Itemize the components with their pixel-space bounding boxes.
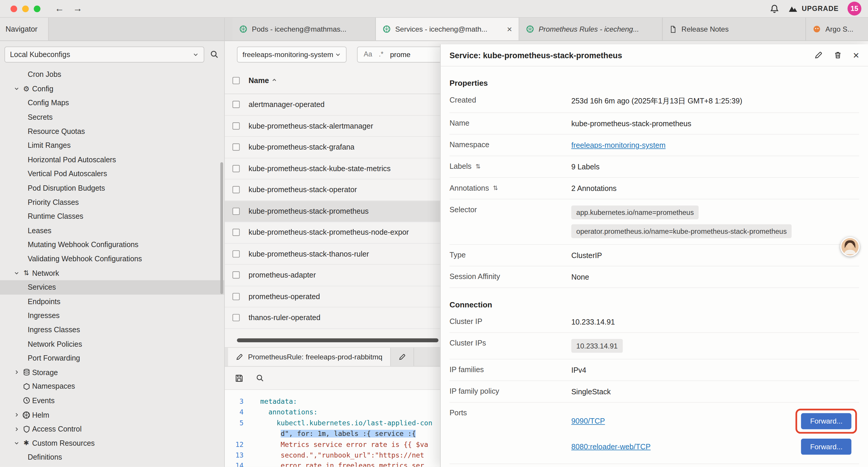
detail-value: kube-prometheus-stack-prometheus — [571, 119, 691, 128]
sidebar-item-limit-ranges[interactable]: Limit Ranges — [0, 138, 224, 152]
save-icon[interactable] — [235, 374, 243, 382]
navigator-tab[interactable]: Navigator — [0, 18, 49, 40]
asterisk-icon: ✱ — [20, 439, 32, 447]
match-case-toggle[interactable]: Aa — [364, 51, 372, 58]
sidebar-item-label: Ingresses — [28, 312, 60, 320]
sidebar-item-definitions[interactable]: Definitions — [0, 450, 224, 464]
tab-argo-s[interactable]: Argo S... — [806, 18, 868, 40]
sidebar-item-runtime-classes[interactable]: Runtime Classes — [0, 209, 224, 224]
editor-search-icon[interactable] — [256, 374, 264, 382]
close-icon[interactable]: × — [853, 50, 859, 61]
sidebar-item-helm[interactable]: Helm — [0, 408, 224, 422]
row-checkbox[interactable] — [232, 186, 240, 193]
sidebar-scrollbar[interactable] — [220, 162, 223, 294]
minimize-window-button[interactable] — [22, 5, 29, 12]
port-link[interactable]: 9090/TCP — [571, 417, 605, 425]
chevron-right-icon[interactable] — [12, 370, 20, 375]
close-tab-icon[interactable]: × — [507, 25, 512, 33]
sidebar-item-resource-quotas[interactable]: Resource Quotas — [0, 124, 224, 138]
row-checkbox[interactable] — [232, 293, 240, 300]
sidebar-item-label: Resource Quotas — [28, 127, 85, 135]
sidebar-item-endpoints[interactable]: Endpoints — [0, 294, 224, 309]
kubeconfig-selector[interactable]: Local Kubeconfigs — [4, 46, 204, 62]
select-all-checkbox[interactable] — [232, 77, 240, 84]
row-checkbox[interactable] — [232, 144, 240, 151]
detail-label: Name — [450, 119, 571, 127]
sidebar-item-services[interactable]: Services — [0, 280, 224, 294]
sidebar-item-events[interactable]: Events — [0, 394, 224, 408]
tab-pods-icecheng-mathmas[interactable]: Pods - icecheng@mathmas... — [232, 18, 376, 40]
sidebar-search-button[interactable] — [210, 50, 219, 59]
sidebar-item-mutating-webhook-configurations[interactable]: Mutating Webhook Configurations — [0, 238, 224, 252]
back-button[interactable]: ← — [55, 4, 64, 13]
notifications-bell-icon[interactable] — [770, 4, 780, 13]
chevron-right-icon[interactable] — [12, 426, 20, 432]
sidebar-item-secrets[interactable]: Secrets — [0, 110, 224, 124]
column-header-name[interactable]: Name — [248, 77, 277, 85]
code-text: Metrics service error rate is {{ $va — [260, 439, 428, 450]
detail-value: 2 Annotations — [571, 184, 617, 193]
regex-toggle[interactable]: .* — [379, 51, 383, 58]
tab-prometheus-rules-icecheng[interactable]: Prometheus Rules - icecheng... — [519, 18, 663, 40]
sidebar-item-network[interactable]: ⇅Network — [0, 266, 224, 280]
row-checkbox[interactable] — [232, 101, 240, 108]
sidebar-item-pod-disruption-budgets[interactable]: Pod Disruption Budgets — [0, 181, 224, 195]
sidebar-item-vertical-pod-autoscalers[interactable]: Vertical Pod Autoscalers — [0, 167, 224, 181]
sidebar-item-ingresses[interactable]: Ingresses — [0, 309, 224, 323]
expand-toggle-icon[interactable]: ⇅ — [493, 184, 498, 192]
sidebar-item-priority-classes[interactable]: Priority Classes — [0, 195, 224, 209]
chevron-right-icon[interactable] — [12, 412, 20, 418]
sidebar-item-port-forwarding[interactable]: Port Forwarding — [0, 351, 224, 365]
tab-label: Pods - icecheng@mathmas... — [252, 25, 369, 33]
chevron-down-icon[interactable] — [12, 440, 20, 446]
sidebar-item-config-maps[interactable]: Config Maps — [0, 96, 224, 110]
user-avatar[interactable] — [840, 237, 860, 257]
maximize-window-button[interactable] — [34, 5, 40, 12]
chevron-down-icon[interactable] — [12, 86, 20, 92]
forward-button[interactable]: → — [73, 4, 83, 13]
forward-button[interactable]: Forward... — [801, 413, 851, 429]
sidebar-item-network-policies[interactable]: Network Policies — [0, 337, 224, 351]
sidebar-item-cron-jobs[interactable]: Cron Jobs — [0, 68, 224, 82]
notification-count-badge[interactable]: 15 — [848, 2, 862, 16]
service-name: prometheus-operated — [248, 292, 320, 300]
horizontal-scrollbar-thumb[interactable] — [237, 339, 438, 342]
upgrade-button[interactable]: UPGRADE — [788, 4, 839, 13]
row-checkbox[interactable] — [232, 165, 240, 172]
sidebar-item-custom-resources[interactable]: ✱Custom Resources — [0, 436, 224, 450]
service-detail-panel: Service: kube-prometheus-stack-prometheu… — [440, 44, 868, 467]
sidebar-item-label: Network Policies — [28, 340, 82, 348]
port-link[interactable]: 8080:reloader-web/TCP — [571, 442, 651, 451]
namespace-link[interactable]: freeleaps-monitoring-system — [571, 141, 665, 150]
detail-label: Type — [450, 251, 571, 259]
row-checkbox[interactable] — [232, 272, 240, 279]
editor-tab-partial[interactable] — [391, 348, 414, 366]
delete-icon[interactable] — [834, 51, 842, 59]
sidebar-item-horizontal-pod-autoscalers[interactable]: Horizontal Pod Autoscalers — [0, 152, 224, 167]
expand-toggle-icon[interactable]: ⇅ — [475, 163, 480, 170]
forward-button[interactable]: Forward... — [801, 439, 851, 455]
row-checkbox[interactable] — [232, 250, 240, 257]
sidebar-item-access-control[interactable]: Access Control — [0, 422, 224, 436]
row-checkbox[interactable] — [232, 314, 240, 321]
sidebar-item-ingress-classes[interactable]: Ingress Classes — [0, 323, 224, 337]
sidebar-item-label: Pod Disruption Budgets — [28, 184, 105, 192]
upgrade-label: UPGRADE — [802, 5, 839, 12]
row-checkbox[interactable] — [232, 229, 240, 236]
close-window-button[interactable] — [11, 5, 17, 12]
edit-icon[interactable] — [814, 51, 823, 59]
namespace-filter-dropdown[interactable]: freeleaps-monitoring-system — [237, 46, 346, 62]
editor-tab-prometheusrule-freeleaps-prod-rabbitmq[interactable]: PrometheusRule: freeleaps-prod-rabbitmq — [228, 348, 391, 366]
tab-label: Prometheus Rules - icecheng... — [538, 25, 655, 33]
tab-services-icecheng-math[interactable]: Services - icecheng@math...× — [376, 18, 519, 40]
row-checkbox[interactable] — [232, 122, 240, 129]
tab-release-notes[interactable]: Release Notes — [663, 18, 806, 40]
sidebar-item-namespaces[interactable]: Namespaces — [0, 380, 224, 394]
row-checkbox[interactable] — [232, 207, 240, 214]
sidebar-item-config[interactable]: ⚙Config — [0, 82, 224, 96]
sidebar-item-storage[interactable]: Storage — [0, 365, 224, 380]
detail-label: Created — [450, 96, 571, 104]
chevron-down-icon[interactable] — [12, 270, 20, 276]
sidebar-item-leases[interactable]: Leases — [0, 224, 224, 238]
sidebar-item-validating-webhook-configurations[interactable]: Validating Webhook Configurations — [0, 252, 224, 266]
